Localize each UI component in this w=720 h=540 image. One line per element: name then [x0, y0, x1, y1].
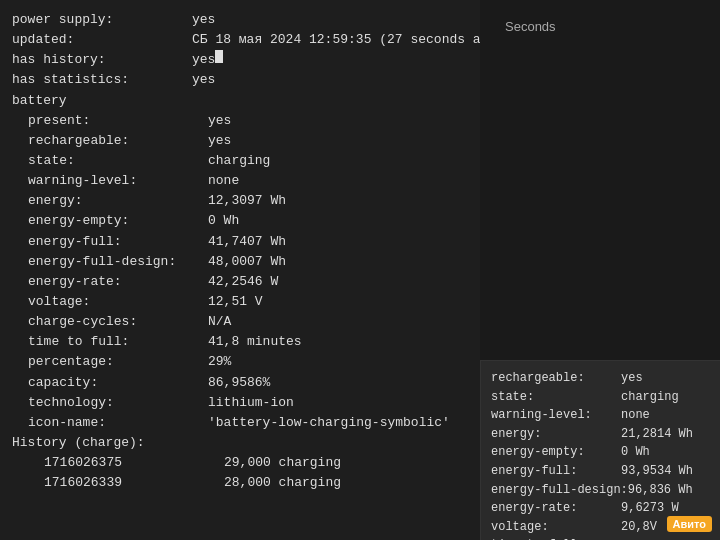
- secondary-line: state:charging: [491, 388, 710, 407]
- line-key: History (charge):: [12, 433, 192, 453]
- line-value: yes: [208, 131, 231, 151]
- secondary-line-key: rechargeable:: [491, 369, 621, 388]
- line-value: N/A: [208, 312, 231, 332]
- terminal-line: capacity:86,9586%: [12, 373, 468, 393]
- terminal-line: state:charging: [12, 151, 468, 171]
- terminal-line: technology:lithium-ion: [12, 393, 468, 413]
- secondary-line-key: voltage:: [491, 518, 621, 537]
- secondary-line-value: 20,8V: [621, 518, 657, 537]
- terminal-line: power supply:yes: [12, 10, 468, 30]
- line-value: none: [208, 171, 239, 191]
- secondary-line-value: none: [621, 406, 650, 425]
- line-value: yes: [208, 111, 231, 131]
- secondary-line-value: 93,9534 Wh: [621, 462, 693, 481]
- avito-badge: Авито: [667, 516, 712, 532]
- line-value: charging: [208, 151, 270, 171]
- secondary-line-key: energy-rate:: [491, 499, 621, 518]
- line-key: energy:: [12, 191, 208, 211]
- terminal-line: updated:СБ 18 мая 2024 12:59:35 (27 seco…: [12, 30, 468, 50]
- secondary-line-value: charging: [621, 388, 679, 407]
- line-value: 86,9586%: [208, 373, 270, 393]
- line-key: present:: [12, 111, 208, 131]
- line-key: warning-level:: [12, 171, 208, 191]
- terminal-line: energy-rate:42,2546 W: [12, 272, 468, 292]
- line-value: 29%: [208, 352, 231, 372]
- secondary-line-key: warning-level:: [491, 406, 621, 425]
- line-key: icon-name:: [12, 413, 208, 433]
- line-key: percentage:: [12, 352, 208, 372]
- line-key: technology:: [12, 393, 208, 413]
- terminal-line: History (charge):: [12, 433, 468, 453]
- secondary-line-key: state:: [491, 388, 621, 407]
- terminal-line: icon-name:'battery-low-charging-symbolic…: [12, 413, 468, 433]
- terminal-line: charge-cycles:N/A: [12, 312, 468, 332]
- terminal-line: has history:yes: [12, 50, 468, 70]
- terminal-line: percentage:29%: [12, 352, 468, 372]
- secondary-line-value: 96,836 Wh: [628, 481, 693, 500]
- secondary-line-key: energy-empty:: [491, 443, 621, 462]
- secondary-line: energy-full-design:96,836 Wh: [491, 481, 710, 500]
- line-value: 12,51 V: [208, 292, 263, 312]
- terminal-line: voltage:12,51 V: [12, 292, 468, 312]
- terminal-main: power supply:yesupdated:СБ 18 мая 2024 1…: [0, 0, 480, 540]
- line-value: 28,000 charging: [224, 473, 341, 493]
- secondary-line-key: energy:: [491, 425, 621, 444]
- terminal-line: energy-full:41,7407 Wh: [12, 232, 468, 252]
- terminal-line: warning-level:none: [12, 171, 468, 191]
- secondary-line-key: energy-full:: [491, 462, 621, 481]
- line-value: 41,7407 Wh: [208, 232, 286, 252]
- line-value: yes: [192, 70, 215, 90]
- terminal-line: has statistics:yes: [12, 70, 468, 90]
- line-value: 'battery-low-charging-symbolic': [208, 413, 450, 433]
- line-key: state:: [12, 151, 208, 171]
- line-key: battery: [12, 91, 192, 111]
- line-value: СБ 18 мая 2024 12:59:35 (27 seconds ago): [192, 30, 480, 50]
- line-value: yes: [192, 50, 215, 70]
- line-key: energy-full:: [12, 232, 208, 252]
- line-value: 48,0007 Wh: [208, 252, 286, 272]
- terminal-line: present:yes: [12, 111, 468, 131]
- line-key: 1716026375: [12, 453, 224, 473]
- secondary-line: energy-rate:9,6273 W: [491, 499, 710, 518]
- line-value: 42,2546 W: [208, 272, 278, 292]
- line-value: 29,000 charging: [224, 453, 341, 473]
- line-key: rechargeable:: [12, 131, 208, 151]
- line-key: energy-rate:: [12, 272, 208, 292]
- line-key: has statistics:: [12, 70, 192, 90]
- secondary-line-value: 9,6273 W: [621, 499, 679, 518]
- terminal-line: energy-empty:0 Wh: [12, 211, 468, 231]
- terminal-line: rechargeable:yes: [12, 131, 468, 151]
- seconds-label: Seconds: [505, 19, 556, 34]
- terminal-line: time to full:41,8 minutes: [12, 332, 468, 352]
- secondary-line: energy:21,2814 Wh: [491, 425, 710, 444]
- terminal-line: energy:12,3097 Wh: [12, 191, 468, 211]
- line-key: updated:: [12, 30, 192, 50]
- secondary-line-key: energy-full-design:: [491, 481, 628, 500]
- line-key: power supply:: [12, 10, 192, 30]
- terminal-line: battery: [12, 91, 468, 111]
- line-key: 1716026339: [12, 473, 224, 493]
- line-key: voltage:: [12, 292, 208, 312]
- terminal-line: energy-full-design:48,0007 Wh: [12, 252, 468, 272]
- line-value: yes: [192, 10, 215, 30]
- secondary-line-value: 21,2814 Wh: [621, 425, 693, 444]
- line-value: 0 Wh: [208, 211, 239, 231]
- line-key: capacity:: [12, 373, 208, 393]
- line-key: energy-empty:: [12, 211, 208, 231]
- line-value: 12,3097 Wh: [208, 191, 286, 211]
- terminal-line: 171602637529,000 charging: [12, 453, 468, 473]
- text-cursor: [215, 50, 223, 63]
- line-key: time to full:: [12, 332, 208, 352]
- terminal-secondary: rechargeable:yesstate:chargingwarning-le…: [480, 360, 720, 540]
- secondary-line-value: yes: [621, 369, 643, 388]
- secondary-line: energy-full:93,9534 Wh: [491, 462, 710, 481]
- secondary-line: energy-empty:0 Wh: [491, 443, 710, 462]
- line-value: 41,8 minutes: [208, 332, 302, 352]
- secondary-line: warning-level:none: [491, 406, 710, 425]
- line-key: has history:: [12, 50, 192, 70]
- terminal-line: 171602633928,000 charging: [12, 473, 468, 493]
- secondary-line: rechargeable:yes: [491, 369, 710, 388]
- line-key: charge-cycles:: [12, 312, 208, 332]
- secondary-line-value: 0 Wh: [621, 443, 650, 462]
- line-key: energy-full-design:: [12, 252, 208, 272]
